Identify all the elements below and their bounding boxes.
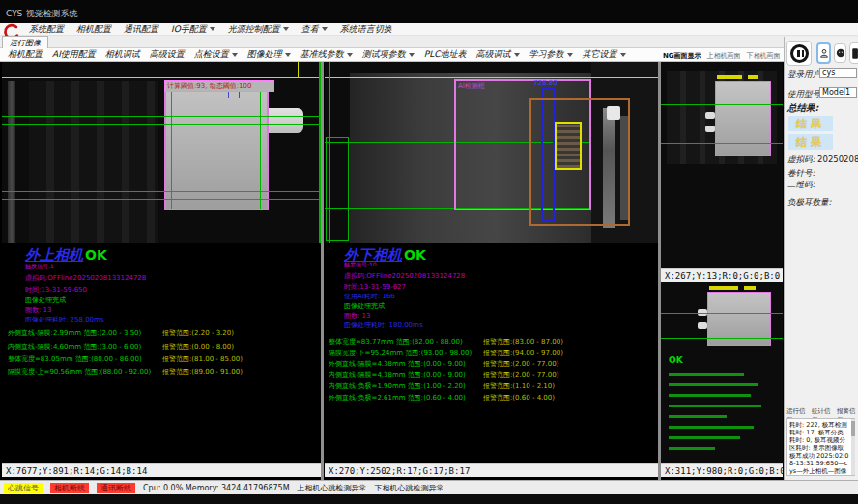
preview-bottom-panel: OK X:311;Y:980;R:0;G:0;B:0 <box>661 282 783 477</box>
panel-divider <box>321 62 324 480</box>
right-camera-image[interactable]: AI检测框 728.80 <box>325 62 658 243</box>
pixel-coordinate-readout: X:270;Y:2502;R:17;G:17;B:17 <box>329 466 470 476</box>
right-coordinate-bar: X:270;Y:2502;R:17;G:17;B:17 <box>325 463 658 477</box>
bright-part <box>607 106 620 120</box>
tab-part <box>698 322 707 329</box>
mini-text-line <box>669 436 740 439</box>
tool-learning-params[interactable]: 学习参数 <box>529 48 573 61</box>
log-text-area[interactable]: 耗时: 222, 极耳检测耗时: 17, 极耳分类耗时: 0, 极耳视频分区耗时… <box>786 418 855 476</box>
dropdown-arrow-icon <box>285 53 291 57</box>
tool-image-processing[interactable]: 图像处理 <box>247 48 291 61</box>
measurement-row: 外侧直线-负极=2.61mm 范围:(0.60 - 4.00) <box>329 393 466 403</box>
user-filled-icon <box>836 48 845 58</box>
alarm-range: 报警范围:(0.60 - 4.00) <box>483 393 555 403</box>
preview-top-image[interactable] <box>661 62 783 268</box>
menu-language-switch[interactable]: 系统语言切换 <box>340 23 392 36</box>
measurement-row: 内侧直线-负极=1.90mm 范围:(1.00 - 2.20) <box>329 381 466 391</box>
tool-spot-check[interactable]: 点检设置 <box>194 48 238 61</box>
alarm-range: 报警范围:(2.00 - 77.00) <box>483 359 558 369</box>
reference-line <box>661 143 783 144</box>
calibration-line-horizontal <box>2 77 321 78</box>
edge-detection-box <box>326 137 349 241</box>
elapsed-time-text: 图像处理耗时: 180.00ms <box>344 321 423 330</box>
dropdown-arrow-icon <box>347 53 353 57</box>
preview-tab-upper-cam[interactable]: 上相机画面 <box>707 51 741 62</box>
pause-button[interactable] <box>786 41 812 66</box>
detection-marker-box <box>228 91 240 98</box>
dropdown-arrow-icon <box>514 53 520 57</box>
preview-tab-ng[interactable]: NG画面显示 <box>663 51 701 62</box>
menu-camera-config[interactable]: 相机配置 <box>76 23 111 36</box>
tool-other-settings[interactable]: 其它设置 <box>583 48 626 61</box>
tab-strip: 运行图像 <box>0 36 858 48</box>
alarm-range: 报警范围:(0.00 - 8.00) <box>162 342 234 351</box>
menu-comm-config[interactable]: 通讯配置 <box>124 23 158 36</box>
reference-line <box>661 104 783 105</box>
right-sidebar: 登录用户: cys 使用型号: Model1 总结果: 结果 结果 虚拟码: 2… <box>784 37 858 480</box>
trigger-signal-text: 触发信号:10 <box>344 261 377 269</box>
alarm-range: 报警范围:(2.00 - 77.00) <box>483 370 558 379</box>
mini-label-mark <box>744 286 756 290</box>
virtual-barcode-text: 虚拟码:OFFline20250208133124728 <box>25 273 146 283</box>
barcode-value: 20250208 <box>817 154 858 164</box>
measurement-row: 外侧直线-隔膜:2.99mm 范围:(2.00 - 3.50) <box>8 328 141 338</box>
camera-offline-badge: 相机断线 <box>50 483 89 493</box>
login-user-field[interactable]: cys <box>819 68 857 78</box>
model-field[interactable]: Model1 <box>819 87 857 98</box>
exit-button[interactable] <box>849 42 858 64</box>
measurement-row: 内侧直线-隔膜:4.60mm 范围:(3.00 - 6.00) <box>8 342 141 351</box>
menu-bar: 系统配置 相机配置 通讯配置 IO手配置 光源控制配置 查看 系统语言切换 <box>0 23 858 36</box>
dropdown-arrow-icon <box>409 53 415 57</box>
left-coordinate-bar: X:7677;Y:891;R:14;G:14;B:14 <box>2 463 321 477</box>
exit-door-icon <box>851 47 858 60</box>
login-user-label: 登录用户: <box>787 70 823 81</box>
mini-text-line <box>669 405 761 407</box>
reference-line <box>661 313 783 314</box>
title-bar: CYS-视觉检测系统 <box>0 0 858 23</box>
menu-view[interactable]: 查看 <box>301 23 328 36</box>
tool-baseline-params[interactable]: 基准线参数 <box>300 48 353 61</box>
mini-text-line <box>669 383 758 386</box>
preview-bottom-image[interactable]: OK <box>661 282 783 463</box>
tool-plc-address[interactable]: PLC地址表 <box>424 48 467 61</box>
login-user-button[interactable] <box>816 42 831 64</box>
reference-line <box>2 199 321 200</box>
preview-top-coordinate-bar: X:267;Y:13;R:0;G:0;B:0 <box>661 268 783 282</box>
mini-text-line <box>669 426 754 429</box>
result-ok-text: OK <box>404 247 426 263</box>
tool-advanced-settings[interactable]: 高级设置 <box>150 48 185 61</box>
preview-tab-lower-cam[interactable]: 下相机画面 <box>747 51 781 62</box>
total-result-label: 总结果: <box>787 102 818 115</box>
left-camera-image[interactable]: 计算阈值:93, 动态阈值:100 <box>2 62 321 243</box>
preview-bottom-coordinate-bar: X:311;Y:980;R:0;G:0;B:0 <box>661 463 783 477</box>
user-outline-icon <box>819 48 829 58</box>
menu-system-config[interactable]: 系统配置 <box>29 23 64 36</box>
model-label: 使用型号: <box>787 89 823 100</box>
tool-advanced-debug[interactable]: 高级调试 <box>476 48 520 61</box>
measurement-row: 外侧直线-隔膜=4.38mm 范围:(0.00 - 9.00) <box>329 359 466 369</box>
ai-box-label: AI检测框 <box>458 81 485 91</box>
qr-code-label: 二维码: <box>787 180 815 191</box>
tool-test-item-params[interactable]: 测试项参数 <box>362 48 415 61</box>
measure-line-vertical <box>260 85 261 209</box>
measurement-row: 隔膜宽度-上=90.56mm 范围:(88.00 - 92.00) <box>8 367 151 377</box>
alarm-range: 报警范围:(2.20 - 3.20) <box>162 328 234 338</box>
tool-ai-usage-config[interactable]: AI使用配置 <box>52 48 96 61</box>
user-account-button[interactable] <box>834 43 846 63</box>
pixel-coordinate-readout: X:311;Y:980;R:0;G:0;B:0 <box>665 466 783 476</box>
mini-label-mark <box>709 286 738 290</box>
alarm-range: 报警范围:(83.00 - 87.00) <box>483 337 563 347</box>
tool-camera-debug[interactable]: 相机调试 <box>105 48 140 61</box>
tab-run-image[interactable]: 运行图像 <box>2 36 48 48</box>
alarm-range: 报警范围:(89.00 - 91.00) <box>162 367 243 377</box>
left-result-heading: 外上相机OK <box>25 245 107 265</box>
reel-number-label: 卷针号: <box>787 168 815 180</box>
machine-strip <box>8 81 15 243</box>
ai-elapsed-text: 使用AI耗时: 166 <box>344 292 395 301</box>
log-scrollbar[interactable] <box>851 419 855 475</box>
battery-cell-region <box>715 81 771 156</box>
menu-light-config[interactable]: 光源控制配置 <box>228 23 289 36</box>
tool-camera-config[interactable]: 相机配置 <box>8 48 43 61</box>
window-title: CYS-视觉检测系统 <box>6 8 78 20</box>
menu-io-config[interactable]: IO手配置 <box>171 23 215 36</box>
